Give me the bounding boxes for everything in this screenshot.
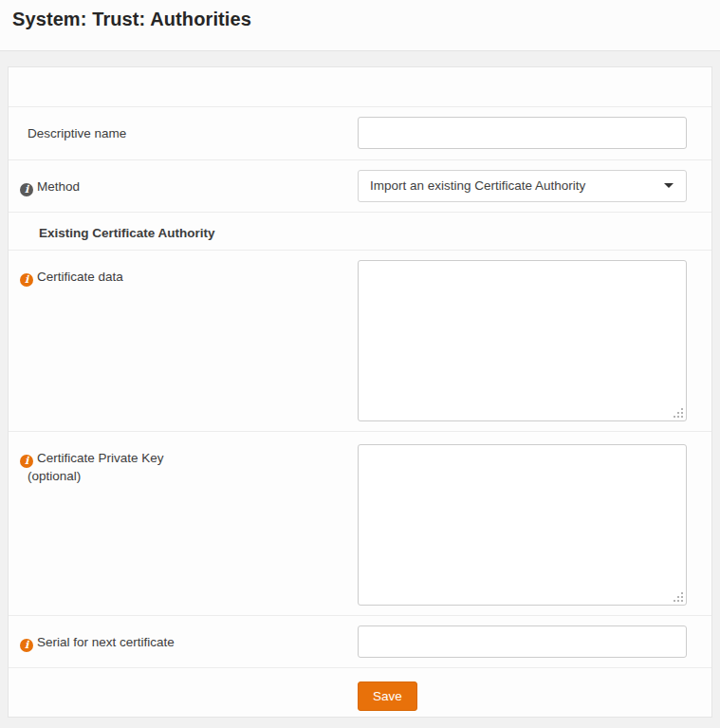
method-selected-value: Import an existing Certificate Authority — [370, 178, 585, 193]
info-icon[interactable]: i — [20, 639, 33, 652]
info-icon[interactable]: i — [20, 455, 33, 468]
row-certificate-data: iCertificate data — [9, 250, 711, 431]
form-panel: Descriptive name iMethod Import an exist… — [8, 66, 712, 718]
caret-down-icon — [664, 183, 674, 188]
row-private-key: iCertificate Private Key (optional) — [9, 431, 711, 615]
section-heading: Existing Certificate Authority — [9, 213, 358, 248]
serial-input[interactable] — [358, 625, 687, 658]
page-title: System: Trust: Authorities — [12, 9, 720, 30]
resize-grip-icon[interactable] — [681, 416, 683, 418]
certificate-data-label: Certificate data — [37, 270, 123, 284]
serial-label: Serial for next certificate — [37, 635, 175, 649]
certificate-data-textarea[interactable] — [358, 260, 687, 421]
panel-header-spacer — [9, 67, 711, 106]
method-label: Method — [37, 179, 80, 194]
row-section-heading: Existing Certificate Authority — [9, 212, 711, 250]
row-serial: iSerial for next certificate — [9, 615, 711, 667]
method-select[interactable]: Import an existing Certificate Authority — [358, 170, 687, 202]
row-save: Save — [9, 667, 711, 717]
private-key-sublabel: (optional) — [9, 468, 348, 485]
descriptive-name-input[interactable] — [358, 117, 687, 149]
info-icon[interactable]: i — [20, 273, 33, 287]
save-button[interactable]: Save — [358, 681, 417, 711]
private-key-textarea[interactable] — [358, 444, 687, 606]
info-icon[interactable]: i — [20, 183, 33, 196]
resize-grip-icon[interactable] — [681, 600, 683, 602]
private-key-label: Certificate Private Key — [37, 451, 164, 465]
descriptive-name-label: Descriptive name — [9, 107, 358, 148]
row-method: iMethod Import an existing Certificate A… — [9, 159, 711, 212]
row-descriptive-name: Descriptive name — [9, 106, 711, 159]
page-header: System: Trust: Authorities — [0, 0, 720, 51]
